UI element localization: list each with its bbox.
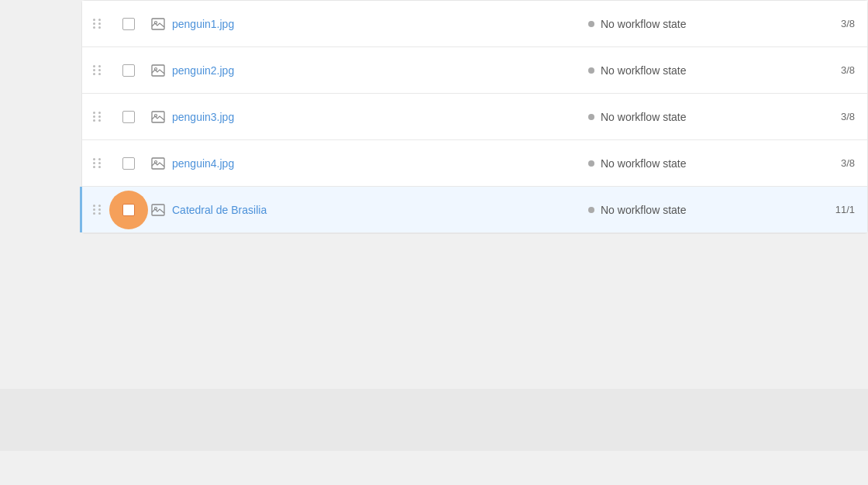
workflow-status-text: No workflow state (601, 204, 686, 216)
workflow-cell: No workflow state (588, 18, 805, 30)
file-name[interactable]: Catedral de Brasilia (172, 204, 267, 216)
image-file-icon (150, 16, 166, 32)
table-row: penguin4.jpg No workflow state 3/8 (82, 140, 867, 187)
date-cell: 3/8 (805, 111, 867, 122)
image-file-icon (150, 202, 166, 218)
file-cell: Catedral de Brasilia (144, 202, 588, 218)
workflow-cell: No workflow state (588, 111, 805, 123)
table-row-selected: Catedral de Brasilia No workflow state 1… (82, 187, 867, 233)
empty-content-area (0, 234, 868, 389)
image-file-icon (150, 109, 166, 125)
table-row: penguin2.jpg No workflow state 3/8 (82, 47, 867, 94)
checkbox-circle-highlight[interactable] (109, 191, 148, 229)
drag-handle[interactable] (82, 112, 113, 122)
file-name[interactable]: penguin1.jpg (172, 18, 234, 30)
drag-handle[interactable] (82, 65, 113, 75)
date-cell: 3/8 (805, 157, 867, 169)
workflow-status-text: No workflow state (601, 64, 686, 77)
workflow-status-dot (588, 114, 594, 120)
date-cell: 11/1 (805, 204, 867, 215)
file-table: penguin1.jpg No workflow state 3/8 (81, 0, 868, 234)
image-file-icon (150, 156, 166, 171)
file-cell: penguin2.jpg (144, 63, 588, 78)
file-name[interactable]: penguin4.jpg (172, 157, 234, 170)
workflow-status-dot (588, 207, 594, 213)
checkbox-cell-selected (113, 191, 144, 229)
drag-dots-icon (93, 205, 102, 215)
drag-dots-icon (93, 19, 102, 29)
drag-dots-icon (93, 112, 102, 122)
page-wrapper: penguin1.jpg No workflow state 3/8 (0, 0, 868, 485)
checkbox-cell (113, 111, 144, 123)
workflow-status-text: No workflow state (601, 18, 686, 30)
workflow-status-text: No workflow state (601, 157, 686, 170)
row-checkbox[interactable] (122, 157, 135, 170)
checkbox-cell (113, 64, 144, 77)
workflow-status-dot (588, 21, 594, 27)
workflow-cell: No workflow state (588, 64, 805, 77)
workflow-cell: No workflow state (588, 157, 805, 170)
file-name[interactable]: penguin3.jpg (172, 111, 234, 123)
drag-handle[interactable] (82, 19, 113, 29)
workflow-cell: No workflow state (588, 204, 805, 216)
drag-handle[interactable] (82, 205, 113, 215)
row-checkbox[interactable] (122, 18, 135, 30)
date-cell: 3/8 (805, 64, 867, 76)
row-checkbox[interactable] (122, 111, 135, 123)
checkbox-cell (113, 18, 144, 30)
image-file-icon (150, 63, 166, 78)
drag-dots-icon (93, 158, 102, 168)
row-checkbox-selected[interactable] (122, 204, 135, 216)
table-row: penguin3.jpg No workflow state 3/8 (82, 94, 867, 140)
table-row: penguin1.jpg No workflow state 3/8 (82, 1, 867, 47)
row-checkbox[interactable] (122, 64, 135, 77)
file-cell: penguin1.jpg (144, 16, 588, 32)
file-cell: penguin3.jpg (144, 109, 588, 125)
drag-handle[interactable] (82, 158, 113, 168)
bottom-bar (0, 389, 868, 451)
workflow-status-text: No workflow state (601, 111, 686, 123)
file-cell: penguin4.jpg (144, 156, 588, 171)
workflow-status-dot (588, 160, 594, 167)
date-cell: 3/8 (805, 18, 867, 29)
workflow-status-dot (588, 67, 594, 74)
checkbox-cell (113, 157, 144, 170)
file-name[interactable]: penguin2.jpg (172, 64, 234, 77)
drag-dots-icon (93, 65, 102, 75)
